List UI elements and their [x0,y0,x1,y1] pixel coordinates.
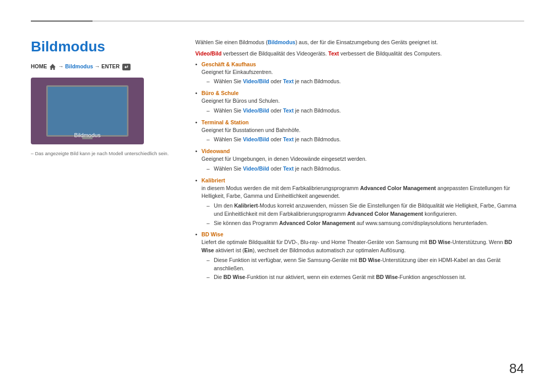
sub-item: Wählen Sie Video/Bild oder Text je nach … [207,165,524,173]
video-bild-ref: Video/Bild [243,78,269,84]
top-line [31,21,524,22]
section-bdwise-subs: Diese Funktion ist verfügbar, wenn Sie S… [201,256,524,282]
intro-line2: Video/Bild verbessert die Bildqualität d… [195,50,524,58]
breadcrumb: HOME → Bildmodus → ENTER ↵ [31,63,175,70]
section-videowand-desc: Geeignet für Umgebungen, in denen Videow… [201,155,524,163]
section-buero-subs: Wählen Sie Video/Bild oder Text je nach … [201,107,524,115]
section-buero-desc: Geeignet für Büros und Schulen. [201,97,524,105]
section-terminal-subs: Wählen Sie Video/Bild oder Text je nach … [201,136,524,144]
page-title: Bildmodus [31,39,175,55]
intro-text: Text [328,50,339,57]
video-bild-ref: Video/Bild [243,136,269,142]
section-bdwise: BD Wise Liefert die optimale Bildqualitä… [195,231,524,282]
sub-item: Wählen Sie Video/Bild oder Text je nach … [207,107,524,115]
section-bdwise-desc: Liefert die optimale Bildqualität für DV… [201,238,524,255]
section-videowand-subs: Wählen Sie Video/Bild oder Text je nach … [201,165,524,173]
page-container: Bildmodus HOME → Bildmodus → ENTER ↵ Bil… [0,0,555,392]
intro-video-bild: Video/Bild [195,50,221,57]
arrow1: → [58,63,65,69]
acm-ref1: Advanced Color Management [360,185,436,191]
section-bdwise-title: BD Wise [201,231,524,237]
enter-icon: ↵ [122,64,131,70]
image-label: Bildmodus [31,132,144,138]
sub-item: Um den Kalibriert-Modus korrekt anzuwend… [207,202,524,218]
intro-bildmodus: Bildmodus [268,39,295,45]
section-videowand-title: Videowand [201,148,524,154]
acm-ref3: Advanced Color Management [279,220,355,226]
sub-item: Sie können das Programm Advanced Color M… [207,219,524,228]
text-ref: Text [283,78,294,84]
section-geschaeft: Geschäft & Kaufhaus Geeignet für Einkauf… [195,61,524,86]
preview-image-box: Bildmodus [31,78,144,144]
section-terminal: Terminal & Station Geeignet für Busstati… [195,119,524,144]
sub-item: Diese Funktion ist verfügbar, wenn Sie S… [207,256,524,273]
page-number: 84 [509,361,524,377]
sub-item: Die BD Wise-Funktion ist nur aktiviert, … [207,273,524,282]
section-videowand: Videowand Geeignet für Umgebungen, in de… [195,148,524,173]
video-bild-ref: Video/Bild [243,107,269,114]
section-geschaeft-subs: Wählen Sie Video/Bild oder Text je nach … [201,78,524,86]
image-note: – Das angezeigte Bild kann je nach Model… [31,151,175,156]
text-ref: Text [283,107,294,114]
bdwise-ref5: BD Wise [376,274,398,280]
bdwise-ref1: BD Wise [429,239,451,245]
section-geschaeft-title: Geschäft & Kaufhaus [201,61,524,67]
preview-screen [46,85,128,137]
ein-ref: Ein [244,247,252,253]
section-terminal-desc: Geeignet für Busstationen und Bahnhöfe. [201,126,524,135]
home-icon [49,64,55,70]
section-geschaeft-desc: Geeignet für Einkaufszentren. [201,68,524,77]
sections-list: Geschäft & Kaufhaus Geeignet für Einkauf… [195,61,524,282]
bdwise-ref4: BD Wise [224,274,246,280]
section-terminal-title: Terminal & Station [201,119,524,125]
section-kalibriert: Kalibriert in diesem Modus werden die mi… [195,177,524,228]
video-bild-ref: Video/Bild [243,165,269,172]
intro-line1: Wählen Sie einen Bildmodus (Bildmodus) a… [195,39,524,47]
right-column: Wählen Sie einen Bildmodus (Bildmodus) a… [195,33,524,286]
text-ref: Text [283,136,294,142]
section-buero: Büro & Schule Geeignet für Büros und Sch… [195,90,524,115]
home-label: HOME [31,63,47,69]
left-column: Bildmodus HOME → Bildmodus → ENTER ↵ Bil… [31,33,175,286]
bdwise-ref3: BD Wise [359,257,381,263]
kalibriert-ref: Kalibriert [234,202,258,209]
sub-item: Wählen Sie Video/Bild oder Text je nach … [207,78,524,86]
acm-ref2: Advanced Color Management [347,211,423,217]
left-accent [31,21,92,22]
arrow2: → [95,63,101,69]
breadcrumb-link: Bildmodus [65,63,93,69]
section-buero-title: Büro & Schule [201,90,524,96]
section-kalibriert-desc: in diesem Modus werden die mit dem Farbk… [201,184,524,201]
sub-item: Wählen Sie Video/Bild oder Text je nach … [207,136,524,144]
section-kalibriert-subs: Um den Kalibriert-Modus korrekt anzuwend… [201,202,524,227]
section-kalibriert-title: Kalibriert [201,177,524,183]
text-ref: Text [283,165,294,172]
enter-label: ENTER [101,63,120,69]
